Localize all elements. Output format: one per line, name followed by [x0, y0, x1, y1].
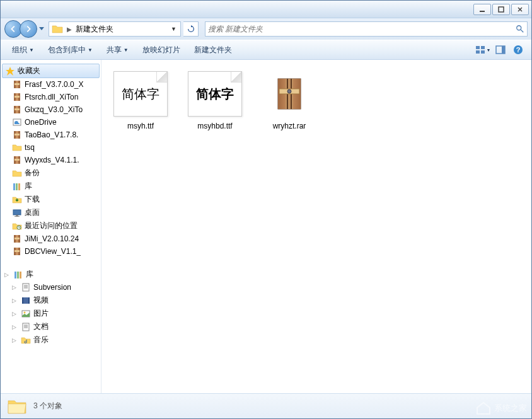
svg-rect-41 — [17, 272, 19, 278]
svg-rect-8 — [502, 46, 505, 54]
svg-text:?: ? — [516, 46, 521, 54]
address-bar: ▶ 新建文件夹 ▼ — [1, 18, 531, 40]
folder-icon — [52, 24, 63, 34]
font-thumbnail: 简体字 — [188, 71, 242, 117]
tree-label: OneDrive — [25, 118, 57, 127]
svg-rect-46 — [28, 297, 30, 304]
close-button[interactable] — [511, 4, 529, 15]
expander-icon[interactable]: ▷ — [4, 272, 11, 278]
forward-button[interactable] — [20, 20, 37, 38]
toolbar: 组织▼ 包含到库中▼ 共享▼ 放映幻灯片 新建文件夹 ▼ ? — [1, 40, 531, 60]
navigation-pane[interactable]: 收藏夹 Frasf_V3.7.0.0_XFtsrch.dll_XiTonGlxz… — [1, 60, 101, 393]
breadcrumb-dropdown[interactable]: ▼ — [171, 26, 176, 32]
svg-rect-16 — [14, 96, 20, 98]
maximize-button[interactable] — [492, 4, 510, 15]
status-bar: 3 个对象 — [1, 393, 531, 418]
tree-label: 桌面 — [25, 207, 40, 218]
minimize-button[interactable] — [473, 4, 491, 15]
tree-label: TaoBao_V1.7.8. — [25, 130, 78, 139]
sidebar-item[interactable]: 桌面 — [1, 206, 101, 219]
sidebar-item[interactable]: DBCView_V1.1_ — [1, 245, 101, 258]
dropdown-arrow-icon: ▼ — [88, 47, 93, 53]
svg-rect-30 — [13, 210, 21, 215]
breadcrumb-folder[interactable]: 新建文件夹 — [74, 24, 115, 35]
breadcrumb-separator: ▶ — [64, 26, 74, 33]
svg-rect-28 — [16, 183, 18, 190]
expander-icon[interactable]: ▷ — [12, 311, 18, 317]
tree-label: Frasf_V3.7.0.0_X — [25, 80, 83, 89]
svg-rect-49 — [23, 323, 29, 331]
svg-rect-27 — [13, 183, 15, 190]
preview-pane-button[interactable] — [492, 42, 509, 57]
file-item[interactable]: 简体字 msyhbd.ttf — [183, 71, 246, 130]
sidebar-item[interactable]: 最近访问的位置 — [1, 219, 101, 232]
favorites-root[interactable]: 收藏夹 — [2, 64, 100, 78]
libraries-root[interactable]: ▷ 库 — [1, 268, 101, 281]
sidebar-item[interactable]: Wyyxds_V4.1.1. — [1, 154, 101, 166]
new-folder-button[interactable]: 新建文件夹 — [188, 42, 238, 58]
nav-history-dropdown[interactable] — [37, 23, 46, 35]
expander-icon[interactable]: ▷ — [12, 337, 18, 343]
svg-rect-43 — [23, 284, 29, 291]
file-label: wryhzt.rar — [273, 122, 306, 130]
tree-label: 视频 — [33, 295, 49, 306]
sidebar-item[interactable]: 库 — [1, 180, 101, 193]
search-icon — [516, 25, 524, 33]
view-options-button[interactable]: ▼ — [475, 42, 491, 57]
share-menu[interactable]: 共享▼ — [100, 42, 135, 58]
refresh-button[interactable] — [183, 21, 199, 37]
file-item[interactable]: wryhzt.rar — [258, 71, 321, 130]
window-controls — [473, 4, 529, 15]
breadcrumb[interactable]: ▶ 新建文件夹 ▼ — [49, 21, 181, 37]
tree-label: Glxzq_V3.0_XiTo — [25, 105, 83, 114]
sidebar-item[interactable]: OneDrive — [1, 116, 101, 129]
rar-thumbnail — [262, 71, 316, 117]
svg-rect-6 — [481, 50, 485, 54]
help-button[interactable]: ? — [510, 42, 526, 57]
file-list[interactable]: 简体字 msyh.ttf 简体字 msyhbd.ttf — [101, 60, 531, 393]
svg-rect-40 — [14, 272, 16, 278]
svg-rect-42 — [20, 272, 21, 278]
tree-label: JiMi_V2.0.10.24 — [25, 234, 79, 243]
organize-menu[interactable]: 组织▼ — [6, 42, 40, 58]
tree-label: tsq — [25, 143, 35, 152]
sidebar-item[interactable]: Ftsrch.dll_XiTon — [1, 91, 101, 103]
sidebar-item[interactable]: ▷音乐 — [1, 333, 101, 347]
sidebar-item[interactable]: ▷Subversion — [1, 281, 101, 294]
expander-icon[interactable]: ▷ — [12, 297, 18, 304]
sidebar-item[interactable]: 下载 — [1, 193, 101, 206]
svg-rect-26 — [14, 159, 20, 161]
tree-label: 库 — [25, 181, 32, 192]
search-input[interactable] — [208, 25, 516, 33]
svg-rect-1 — [499, 7, 504, 12]
svg-rect-36 — [14, 238, 20, 239]
dropdown-arrow-icon: ▼ — [487, 48, 491, 52]
sidebar-item[interactable]: ▷图片 — [1, 307, 101, 320]
svg-rect-0 — [480, 11, 485, 12]
status-text: 3 个对象 — [33, 401, 62, 411]
folder-icon — [7, 398, 27, 415]
include-library-menu[interactable]: 包含到库中▼ — [42, 42, 99, 58]
tree-label: 文档 — [33, 321, 49, 332]
search-box[interactable] — [205, 21, 528, 37]
svg-rect-5 — [476, 50, 480, 54]
expander-icon[interactable]: ▷ — [12, 284, 18, 290]
expander-icon[interactable]: ▷ — [12, 324, 18, 330]
sidebar-item[interactable]: tsq — [1, 141, 101, 154]
sidebar-item[interactable]: TaoBao_V1.7.8. — [1, 129, 101, 141]
dropdown-arrow-icon: ▼ — [29, 47, 34, 53]
sidebar-item[interactable]: ▷视频 — [1, 294, 101, 307]
sidebar-item[interactable]: Frasf_V3.7.0.0_X — [1, 78, 101, 91]
sidebar-item[interactable]: Glxzq_V3.0_XiTo — [1, 103, 101, 116]
explorer-window: ▶ 新建文件夹 ▼ 组织▼ 包含到库中▼ 共享▼ 放映幻灯片 — [0, 0, 532, 419]
sidebar-item[interactable]: JiMi_V2.0.10.24 — [1, 232, 101, 245]
slideshow-button[interactable]: 放映幻灯片 — [136, 42, 187, 58]
svg-rect-39 — [14, 250, 20, 252]
file-label: msyhbd.ttf — [197, 122, 232, 130]
sidebar-item[interactable]: ▷文档 — [1, 320, 101, 333]
file-item[interactable]: 简体字 msyh.ttf — [109, 71, 172, 130]
star-icon — [5, 66, 15, 76]
tree-label: 备份 — [25, 168, 40, 178]
tree-label: 音乐 — [33, 335, 49, 345]
sidebar-item[interactable]: 备份 — [1, 166, 101, 180]
